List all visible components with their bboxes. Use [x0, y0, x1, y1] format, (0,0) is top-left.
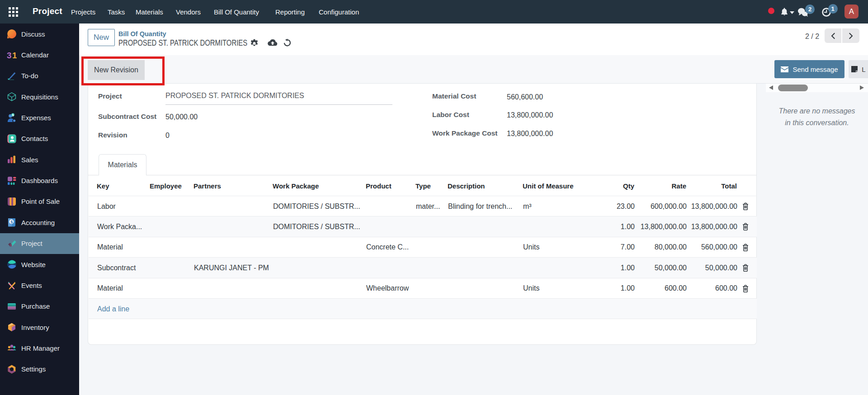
svg-text:3: 3 — [7, 51, 12, 60]
svg-text:$: $ — [12, 113, 14, 117]
svg-text:$: $ — [10, 219, 13, 224]
svg-text:1: 1 — [12, 51, 17, 60]
